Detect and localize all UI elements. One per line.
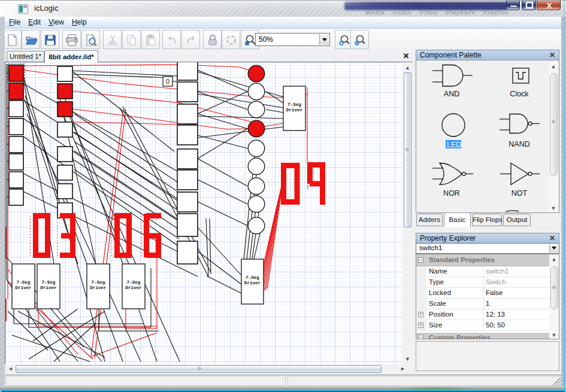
svg-text:Driver: Driver bbox=[125, 285, 142, 290]
svg-text:X: X bbox=[547, 1, 552, 10]
svg-text:NOR: NOR bbox=[443, 189, 460, 197]
svg-text:7-Seg: 7-Seg bbox=[246, 275, 259, 280]
svg-text:7-Seg: 7-Seg bbox=[287, 102, 301, 107]
svg-text:AND: AND bbox=[444, 90, 459, 98]
svg-text:NOT: NOT bbox=[511, 189, 528, 197]
svg-text:7-Seg: 7-Seg bbox=[127, 280, 141, 285]
svg-text:7-Seg: 7-Seg bbox=[92, 280, 105, 285]
svg-text:7-Seg: 7-Seg bbox=[42, 280, 56, 285]
svg-text:Driver: Driver bbox=[244, 281, 261, 285]
svg-text:NAND: NAND bbox=[509, 140, 529, 148]
svg-text:Driver: Driver bbox=[40, 285, 57, 290]
svg-text:0: 0 bbox=[166, 78, 170, 85]
svg-text:Driver: Driver bbox=[15, 285, 32, 290]
svg-text:Clock: Clock bbox=[510, 90, 529, 98]
svg-text:Driver: Driver bbox=[286, 108, 303, 113]
svg-text:Driver: Driver bbox=[90, 285, 107, 290]
svg-text:7-Seg: 7-Seg bbox=[17, 280, 31, 285]
